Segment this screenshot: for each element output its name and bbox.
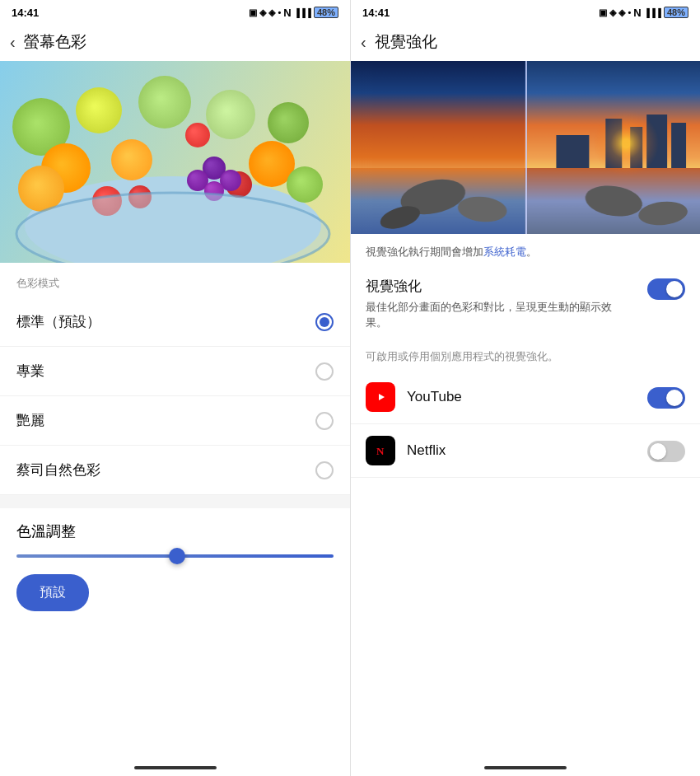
preset-button[interactable]: 預設 [16, 574, 89, 611]
wifi-icon-r: N [633, 7, 641, 19]
nav-header-right: ‹ 視覺強化 [351, 23, 700, 61]
ve-desc: 最佳化部分畫面的色彩和對比，呈現更生動的顯示效果。 [366, 299, 629, 331]
slider-thumb[interactable] [169, 548, 185, 564]
left-panel: 14:41 ▣ ◈ ◈ • N ▐▐▐ 48% ‹ 螢幕色彩 色彩模式 標準（預… [0, 0, 350, 776]
location2-icon: ◈ [268, 7, 275, 18]
netflix-toggle[interactable] [647, 441, 685, 462]
battery-icon-right: 48% [664, 7, 688, 18]
color-temp-title: 色溫調整 [16, 521, 334, 541]
nav-header-left: ‹ 螢幕色彩 [0, 23, 350, 61]
radio-label-professional: 專業 [16, 362, 44, 381]
battery-icon-left: 48% [314, 7, 338, 18]
page-title-left: 螢幕色彩 [24, 31, 86, 53]
radio-item-vivid[interactable]: 艷麗 [0, 396, 350, 446]
app-row-netflix: N Netflix [351, 424, 700, 478]
dot-icon: • [278, 7, 281, 17]
netflix-label: Netflix [407, 442, 639, 459]
status-icons-right: ▣ ◈ ◈ • N ▐▐▐ 48% [599, 7, 688, 19]
app-section-label: 可啟用或停用個別應用程式的視覺強化。 [351, 338, 700, 371]
radio-label-natural: 蔡司自然色彩 [16, 460, 100, 479]
color-temp-slider[interactable] [16, 554, 334, 558]
youtube-icon [366, 382, 395, 412]
wifi-icon: N [283, 7, 291, 19]
time-left: 14:41 [12, 7, 39, 19]
radio-item-standard[interactable]: 標準（預設） [0, 297, 350, 347]
info-after-link: 。 [526, 245, 537, 258]
ve-header: 視覺強化 最佳化部分畫面的色彩和對比，呈現更生動的顯示效果。 [366, 277, 685, 331]
ve-title-block: 視覺強化 最佳化部分畫面的色彩和對比，呈現更生動的顯示效果。 [366, 277, 629, 331]
dot-icon-r: • [628, 7, 631, 17]
color-temp-section: 色溫調整 預設 [0, 508, 350, 624]
netflix-icon: N [366, 436, 395, 465]
radio-circle-vivid[interactable] [315, 412, 334, 430]
ve-title: 視覺強化 [366, 277, 629, 296]
location-icon: ◈ [259, 7, 266, 18]
bottom-bar-left [134, 766, 217, 769]
sim-icon: ▣ [249, 7, 257, 18]
fruit-image [0, 61, 350, 263]
status-bar-left: 14:41 ▣ ◈ ◈ • N ▐▐▐ 48% [0, 0, 350, 23]
radio-circle-natural[interactable] [315, 461, 334, 479]
sim-icon-r: ▣ [599, 7, 607, 18]
split-line [525, 61, 527, 234]
back-button-left[interactable]: ‹ [10, 33, 16, 52]
system-power-link[interactable]: 系統耗電 [483, 245, 526, 258]
info-text: 視覺強化執行期間會增加系統耗電。 [351, 234, 700, 267]
signal-icon: ▐▐▐ [294, 8, 311, 17]
svg-text:N: N [376, 445, 385, 457]
visual-enhance-section: 視覺強化 最佳化部分畫面的色彩和對比，呈現更生動的顯示效果。 [351, 267, 700, 338]
time-right: 14:41 [362, 7, 390, 19]
visual-enhance-toggle[interactable] [647, 278, 685, 300]
back-button-right[interactable]: ‹ [361, 33, 366, 52]
status-bar-right: 14:41 ▣ ◈ ◈ • N ▐▐▐ 48% [351, 0, 700, 23]
radio-item-professional[interactable]: 專業 [0, 347, 350, 396]
right-panel: 14:41 ▣ ◈ ◈ • N ▐▐▐ 48% ‹ 視覺強化 視覺強化執行期間會… [350, 0, 700, 776]
radio-label-vivid: 艷麗 [16, 411, 44, 430]
page-title-right: 視覺強化 [375, 31, 437, 53]
radio-item-natural[interactable]: 蔡司自然色彩 [0, 446, 350, 495]
signal-icon-r: ▐▐▐ [644, 8, 661, 17]
radio-circle-professional[interactable] [315, 362, 334, 381]
youtube-label: YouTube [407, 389, 639, 405]
info-before-link: 視覺強化執行期間會增加 [366, 245, 483, 258]
section-divider [0, 495, 350, 508]
radio-circle-standard[interactable] [315, 313, 334, 331]
location2-icon-r: ◈ [618, 7, 625, 18]
netflix-logo-svg: N [372, 442, 389, 459]
youtube-toggle[interactable] [647, 387, 685, 409]
status-icons-left: ▣ ◈ ◈ • N ▐▐▐ 48% [249, 7, 338, 19]
coastal-image [351, 61, 700, 234]
color-mode-label: 色彩模式 [0, 263, 350, 297]
location-icon-r: ◈ [609, 7, 616, 18]
app-row-youtube: YouTube [351, 371, 700, 424]
youtube-logo-svg [372, 391, 389, 403]
radio-label-standard: 標準（預設） [16, 312, 100, 331]
bottom-bar-right [484, 766, 567, 769]
